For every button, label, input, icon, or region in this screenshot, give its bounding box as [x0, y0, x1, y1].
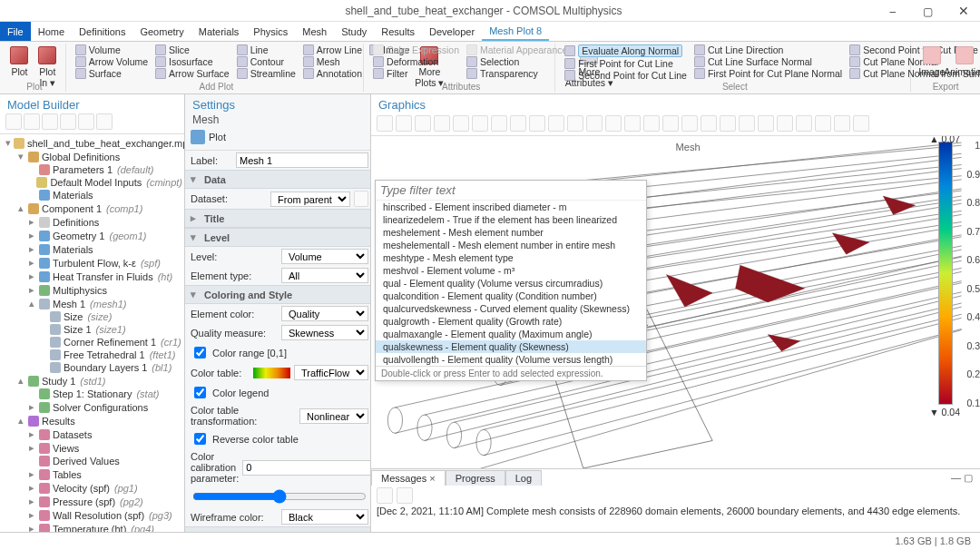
dropdown-item[interactable]: linearizedelem - True if the element has…: [376, 213, 646, 226]
ribbon-item-filter[interactable]: Filter: [371, 68, 461, 79]
tree-node[interactable]: ▴Mesh 1(mesh1): [4, 297, 182, 310]
menu-geometry[interactable]: Geometry: [132, 22, 191, 41]
tree-node[interactable]: ▸Temperature (ht)(pg4): [4, 522, 182, 532]
ribbon-item-arrow-volume[interactable]: Arrow Volume: [74, 56, 150, 67]
dropdown-item[interactable]: qualvollength - Element quality (Volume …: [376, 353, 646, 366]
mb-tool-4[interactable]: [60, 113, 76, 130]
menu-physics[interactable]: Physics: [246, 22, 295, 41]
section-coloring[interactable]: ▾Coloring and Style: [185, 285, 370, 304]
msg-tool-2[interactable]: [397, 487, 413, 504]
plot-button[interactable]: Plot: [7, 44, 32, 77]
dropdown-item[interactable]: qual - Element quality (Volume versus ci…: [376, 277, 646, 290]
graphics-tool-23[interactable]: [815, 115, 831, 132]
tree-node[interactable]: Size 1(size1): [4, 323, 182, 336]
section-level[interactable]: ▾Level: [185, 228, 370, 247]
graphics-tool-24[interactable]: [834, 115, 850, 132]
mb-tool-3[interactable]: [42, 113, 58, 130]
mb-tool-1[interactable]: [5, 113, 22, 130]
tree-node[interactable]: ▸Heat Transfer in Fluids(ht): [4, 270, 182, 283]
tree-node[interactable]: Corner Refinement 1(cr1): [4, 336, 182, 349]
graphics-tool-4[interactable]: [453, 115, 469, 132]
ribbon-item-deformation[interactable]: Deformation: [371, 56, 461, 67]
calib-slider[interactable]: [192, 489, 367, 504]
tree-node[interactable]: ▸Geometry 1(geom1): [4, 229, 182, 242]
menu-study[interactable]: Study: [334, 22, 374, 41]
calib-input[interactable]: [242, 460, 370, 476]
ribbon-item-cut-line-direction[interactable]: Cut Line Direction: [692, 44, 844, 55]
graphics-tool-10[interactable]: [567, 115, 583, 132]
graphics-tool-5[interactable]: [472, 115, 488, 132]
graphics-tool-3[interactable]: [434, 115, 450, 132]
message-tab-log[interactable]: Log: [505, 470, 542, 486]
message-tab-progress[interactable]: Progress: [446, 470, 505, 486]
eltype-select[interactable]: All: [281, 268, 368, 283]
ribbon-item-annotation[interactable]: Annotation: [301, 68, 364, 79]
dataset-select[interactable]: From parent: [270, 192, 350, 207]
graphics-tool-15[interactable]: [662, 115, 679, 132]
tree-node[interactable]: ▸Solver Configurations: [4, 400, 182, 414]
minimize-button[interactable]: –: [877, 5, 909, 18]
graphics-tool-6[interactable]: [491, 115, 507, 132]
reverse-check[interactable]: [194, 433, 206, 445]
tree-node[interactable]: ▸Wall Resolution (spf)(pg3): [4, 508, 182, 522]
tree-node[interactable]: Parameters 1(default): [4, 163, 182, 176]
graphics-tool-13[interactable]: [624, 115, 641, 132]
tree-node[interactable]: ▾Global Definitions: [4, 150, 182, 163]
section-data[interactable]: ▾Data: [185, 170, 370, 189]
dropdown-item[interactable]: meshtype - Mesh element type: [376, 251, 646, 264]
ribbon-item-transparency[interactable]: Transparency: [465, 68, 569, 79]
ribbon-item-first-point-for-cut-plane-normal[interactable]: First Point for Cut Plane Normal: [692, 68, 844, 79]
graphics-tool-2[interactable]: [415, 115, 431, 132]
dropdown-item[interactable]: meshelement - Mesh element number: [376, 226, 646, 239]
graphics-tool-7[interactable]: [510, 115, 526, 132]
maximize-button[interactable]: ▢: [912, 5, 945, 18]
export-image-button[interactable]: Image: [918, 44, 945, 77]
dropdown-item[interactable]: qualmaxangle - Element quality (Maximum …: [376, 328, 646, 340]
ribbon-item-isosurface[interactable]: Isosurface: [153, 56, 231, 67]
tree-node[interactable]: ▴Study 1(std1): [4, 374, 182, 388]
graphics-tool-18[interactable]: [720, 115, 736, 132]
graphics-tool-16[interactable]: [681, 115, 698, 132]
graphics-tool-21[interactable]: [777, 115, 793, 132]
menu-file[interactable]: File: [0, 22, 31, 41]
graphics-tool-19[interactable]: [739, 115, 755, 132]
section-title[interactable]: ▸Title: [185, 209, 370, 228]
elcolor-select[interactable]: Quality: [281, 306, 368, 321]
ribbon-item-mesh[interactable]: Mesh: [301, 56, 364, 67]
export-animation-button[interactable]: Animation: [948, 44, 980, 77]
tree-node[interactable]: Size(size): [4, 310, 182, 323]
graphics-tool-20[interactable]: [758, 115, 774, 132]
tree-node[interactable]: Free Tetrahedral 1(ftet1): [4, 349, 182, 361]
ribbon-item-streamline[interactable]: Streamline: [235, 68, 298, 79]
graphics-tool-25[interactable]: [853, 115, 869, 132]
ribbon-item-surface[interactable]: Surface: [74, 68, 150, 79]
tree-node[interactable]: ▸Materials: [4, 242, 182, 256]
mb-tool-2[interactable]: [24, 113, 40, 130]
model-tree[interactable]: ▾shell_and_tube_heat_exchanger.mph▾Globa…: [0, 134, 184, 532]
tree-node[interactable]: ▸Definitions: [4, 215, 182, 229]
dropdown-item[interactable]: meshelementall - Mesh element number in …: [376, 239, 646, 251]
ribbon-item-first-point-for-cut-line[interactable]: First Point for Cut Line: [563, 58, 689, 69]
tree-node[interactable]: ▸Velocity (spf)(pg1): [4, 481, 182, 495]
menu-materials[interactable]: Materials: [191, 22, 247, 41]
dropdown-item[interactable]: qualcondition - Element quality (Conditi…: [376, 290, 646, 302]
tree-node[interactable]: Materials: [4, 189, 182, 201]
menu-results[interactable]: Results: [374, 22, 422, 41]
graphics-tool-12[interactable]: [605, 115, 622, 132]
ribbon-item-evaluate-along-normal[interactable]: Evaluate Along Normal: [563, 44, 689, 57]
dropdown-item[interactable]: hinscribed - Element inscribed diameter …: [376, 201, 646, 213]
qmeasure-select[interactable]: Skewness: [281, 325, 368, 340]
tree-node[interactable]: ▸Pressure (spf)(pg2): [4, 495, 182, 508]
tree-node[interactable]: ▸Turbulent Flow, k-ε(spf): [4, 256, 182, 270]
graphics-tool-17[interactable]: [701, 115, 717, 132]
dropdown-filter-input[interactable]: [376, 181, 646, 201]
menu-definitions[interactable]: Definitions: [72, 22, 132, 41]
mb-tool-6[interactable]: [96, 113, 113, 130]
dropdown-item[interactable]: meshvol - Element volume - m³: [376, 264, 646, 277]
tree-node[interactable]: ▴Component 1(comp1): [4, 201, 182, 215]
tree-node[interactable]: Default Model Inputs(cminpt): [4, 176, 182, 189]
tree-node[interactable]: ▴Results: [4, 414, 182, 427]
tree-node[interactable]: ▸Views: [4, 441, 182, 455]
dataset-goto[interactable]: [354, 191, 368, 207]
graphics-tool-0[interactable]: [377, 115, 393, 132]
